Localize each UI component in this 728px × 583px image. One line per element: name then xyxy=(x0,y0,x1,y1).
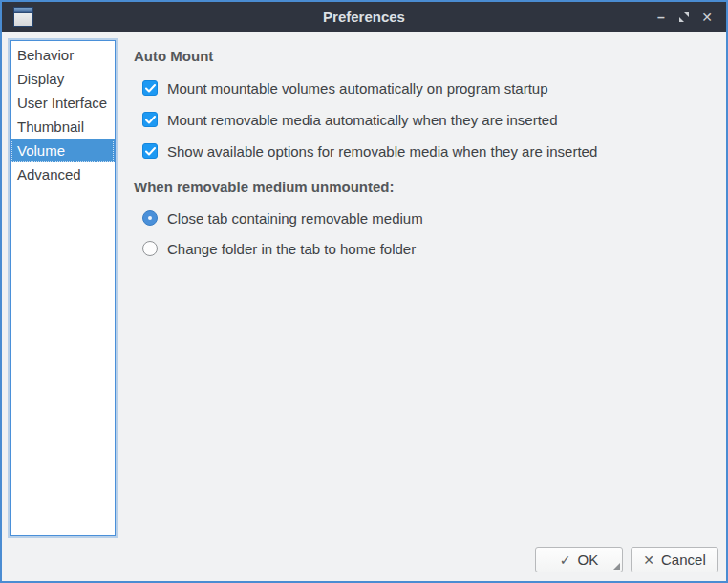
sidebar-item-label: User Interface xyxy=(17,95,107,111)
category-list: Behavior Display User Interface Thumbnai… xyxy=(10,40,116,536)
checkbox-row-mount-volumes[interactable]: Mount mountable volumes automatically on… xyxy=(142,79,720,97)
window-title: Preferences xyxy=(2,9,726,25)
cancel-button[interactable]: ✕ Cancel xyxy=(631,547,718,572)
sidebar-item-label: Display xyxy=(17,71,64,87)
restore-icon xyxy=(678,11,690,23)
sidebar-item-label: Behavior xyxy=(17,47,74,63)
sidebar-item-display[interactable]: Display xyxy=(11,67,115,91)
radio-label: Change folder in the tab to home folder xyxy=(167,241,416,257)
auto-mount-heading: Auto Mount xyxy=(134,48,720,65)
sidebar-item-volume[interactable]: Volume xyxy=(11,139,115,162)
check-icon: ✓ xyxy=(560,552,571,568)
checkbox-label: Mount mountable volumes automatically on… xyxy=(167,80,548,97)
sidebar-item-advanced[interactable]: Advanced xyxy=(11,162,115,186)
radio-label: Close tab containing removable medium xyxy=(167,210,423,227)
checkbox-checked-icon[interactable] xyxy=(142,112,158,127)
sidebar-item-thumbnail[interactable]: Thumbnail xyxy=(11,115,115,139)
ok-button-label: OK xyxy=(578,551,599,568)
dialog-buttons: ✓ OK ✕ Cancel xyxy=(535,547,718,572)
restore-button[interactable] xyxy=(673,6,696,29)
default-button-marker-icon xyxy=(613,563,620,570)
sidebar-item-user-interface[interactable]: User Interface xyxy=(11,91,115,115)
radio-row-change-folder[interactable]: Change folder in the tab to home folder xyxy=(142,240,720,257)
sidebar-item-label: Volume xyxy=(17,142,65,159)
titlebar[interactable]: Preferences – ✕ xyxy=(2,2,726,32)
checkbox-checked-icon[interactable] xyxy=(142,143,158,159)
minimize-button[interactable]: – xyxy=(650,6,673,29)
check-icon xyxy=(145,116,156,124)
checkbox-row-mount-removable[interactable]: Mount removable media automatically when… xyxy=(142,111,720,128)
preferences-dialog: Preferences – ✕ Behavior Display User In… xyxy=(0,0,728,583)
radio-unselected-icon[interactable] xyxy=(142,241,158,256)
close-icon: ✕ xyxy=(643,552,654,568)
check-icon xyxy=(145,147,156,156)
sidebar-item-label: Advanced xyxy=(17,166,81,183)
checkbox-row-show-options[interactable]: Show available options for removable med… xyxy=(142,142,720,160)
checkbox-label: Mount removable media automatically when… xyxy=(167,112,558,128)
cancel-button-label: Cancel xyxy=(661,551,706,568)
ok-button[interactable]: ✓ OK xyxy=(535,547,623,572)
radio-selected-icon[interactable] xyxy=(142,210,158,226)
check-icon xyxy=(145,84,156,93)
unmount-options-heading: When removable medium unmounted: xyxy=(134,179,720,196)
radio-row-close-tab[interactable]: Close tab containing removable medium xyxy=(142,209,720,227)
volume-settings-panel: Auto Mount Mount mountable volumes autom… xyxy=(132,40,720,257)
checkbox-label: Show available options for removable med… xyxy=(167,143,597,160)
checkbox-checked-icon[interactable] xyxy=(142,80,158,96)
sidebar-item-behavior[interactable]: Behavior xyxy=(11,43,115,67)
close-button[interactable]: ✕ xyxy=(696,6,718,29)
sidebar-item-label: Thumbnail xyxy=(17,119,84,135)
